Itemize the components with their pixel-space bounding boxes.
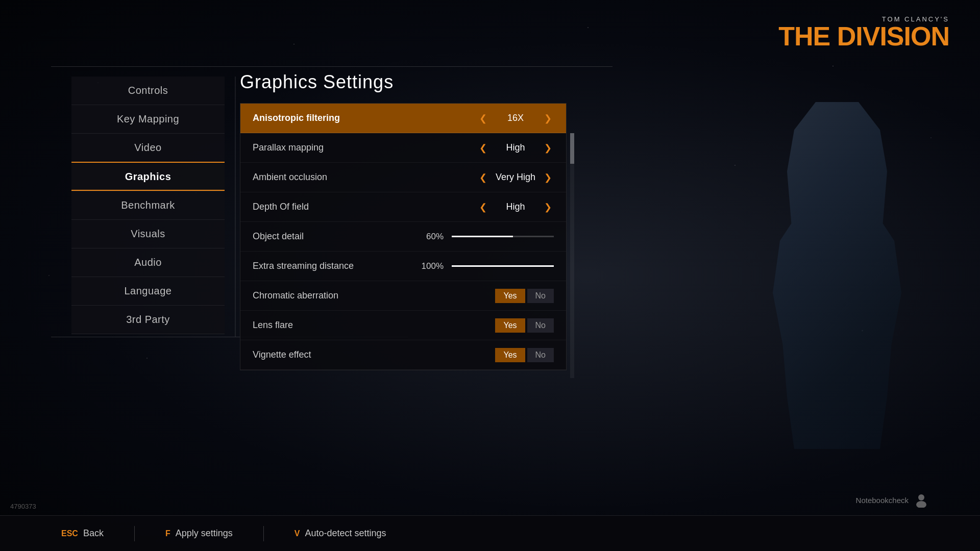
- arrow-right-anisotropic[interactable]: ❯: [542, 112, 554, 125]
- setting-row-extra-streaming-distance[interactable]: Extra streaming distance 100%: [240, 252, 566, 281]
- setting-label-object-detail: Object detail: [253, 231, 365, 242]
- value-object-detail: 60%: [418, 232, 444, 242]
- sidebar-item-video[interactable]: Video: [71, 134, 225, 163]
- sidebar-item-visuals[interactable]: Visuals: [71, 220, 225, 248]
- setting-label-ambient-occlusion: Ambient occlusion: [253, 172, 365, 183]
- arrow-left-parallax[interactable]: ❮: [477, 141, 489, 155]
- label-back: Back: [83, 528, 104, 539]
- label-auto-detect: Auto-detect settings: [305, 528, 386, 539]
- label-apply: Apply settings: [176, 528, 233, 539]
- divider-2: [263, 526, 264, 541]
- setting-label-depth-of-field: Depth Of field: [253, 202, 365, 212]
- value-depth-of-field: High: [495, 202, 536, 212]
- game-logo: TOM CLANCY'S THE DIVISION: [778, 15, 949, 49]
- deco-line-top: [51, 66, 612, 67]
- toggle-control-chromatic-aberration: Yes No: [495, 289, 554, 303]
- sidebar-item-key-mapping[interactable]: Key Mapping: [71, 105, 225, 134]
- arrow-control-depth-of-field: ❮ High ❯: [477, 201, 554, 214]
- sidebar-item-language[interactable]: Language: [71, 277, 225, 306]
- sidebar-item-benchmark[interactable]: Benchmark: [71, 191, 225, 220]
- arrow-control-ambient-occlusion: ❮ Very High ❯: [477, 171, 554, 184]
- logo-main: THE DIVISION: [778, 23, 949, 49]
- character-body: [766, 102, 909, 449]
- setting-row-ambient-occlusion[interactable]: Ambient occlusion ❮ Very High ❯: [240, 163, 566, 192]
- key-esc: ESC: [61, 529, 78, 538]
- setting-label-parallax-mapping: Parallax mapping: [253, 142, 365, 153]
- svg-point-1: [916, 501, 926, 508]
- watermark: Notebookcheck: [856, 492, 929, 508]
- setting-label-lens-flare: Lens flare: [253, 320, 365, 331]
- character-display: [725, 61, 939, 469]
- divider-1: [134, 526, 135, 541]
- setting-label-chromatic-aberration: Chromatic aberration: [253, 290, 365, 301]
- sidebar-item-controls[interactable]: Controls: [71, 77, 225, 105]
- toggle-yes-lens-flare[interactable]: Yes: [495, 318, 525, 333]
- image-id: 4790373: [10, 503, 36, 510]
- setting-label-extra-streaming-distance: Extra streaming distance: [253, 261, 365, 271]
- toggle-no-vignette-effect[interactable]: No: [527, 348, 554, 362]
- setting-row-parallax-mapping[interactable]: Parallax mapping ❮ High ❯: [240, 133, 566, 163]
- value-ambient-occlusion: Very High: [495, 172, 536, 183]
- slider-fill-extra-streaming: [452, 265, 554, 267]
- arrow-left-ambient[interactable]: ❮: [477, 171, 489, 184]
- logo-the: THE: [778, 21, 830, 51]
- arrow-right-ambient[interactable]: ❯: [542, 171, 554, 184]
- main-content: Graphics Settings Anisotropic filtering …: [240, 71, 567, 370]
- arrow-right-parallax[interactable]: ❯: [542, 141, 554, 155]
- slider-track-object-detail[interactable]: [452, 236, 554, 237]
- slider-control-object-detail: 60%: [418, 232, 554, 242]
- setting-row-anisotropic-filtering[interactable]: Anisotropic filtering ❮ 16X ❯: [240, 104, 566, 133]
- setting-label-vignette-effect: Vignette effect: [253, 349, 365, 360]
- value-anisotropic-filtering: 16X: [495, 113, 536, 123]
- bottom-bar: ESC Back F Apply settings V Auto-detect …: [0, 515, 980, 551]
- setting-row-object-detail[interactable]: Object detail 60%: [240, 222, 566, 252]
- arrow-control-anisotropic-filtering: ❮ 16X ❯: [477, 112, 554, 125]
- watermark-icon: [914, 492, 929, 508]
- toggle-yes-vignette-effect[interactable]: Yes: [495, 348, 525, 362]
- logo-division: DIVISION: [837, 21, 949, 51]
- scroll-thumb: [570, 133, 574, 164]
- setting-row-chromatic-aberration[interactable]: Chromatic aberration Yes No: [240, 281, 566, 311]
- action-auto-detect[interactable]: V Auto-detect settings: [295, 528, 386, 539]
- watermark-text: Notebookcheck: [856, 496, 909, 505]
- settings-sidebar: Controls Key Mapping Video Graphics Benc…: [71, 77, 225, 334]
- value-extra-streaming-distance: 100%: [418, 261, 444, 271]
- toggle-control-vignette-effect: Yes No: [495, 348, 554, 362]
- arrow-left-anisotropic[interactable]: ❮: [477, 112, 489, 125]
- key-f: F: [165, 529, 170, 538]
- toggle-no-chromatic-aberration[interactable]: No: [527, 289, 554, 303]
- key-v: V: [295, 529, 300, 538]
- svg-point-0: [918, 494, 924, 500]
- sidebar-item-graphics[interactable]: Graphics: [71, 163, 225, 191]
- toggle-no-lens-flare[interactable]: No: [527, 318, 554, 333]
- slider-control-extra-streaming: 100%: [418, 261, 554, 271]
- slider-fill-object-detail: [452, 236, 513, 237]
- arrow-left-dof[interactable]: ❮: [477, 201, 489, 214]
- setting-row-lens-flare[interactable]: Lens flare Yes No: [240, 311, 566, 340]
- toggle-control-lens-flare: Yes No: [495, 318, 554, 333]
- action-back[interactable]: ESC Back: [61, 528, 104, 539]
- value-parallax-mapping: High: [495, 142, 536, 153]
- slider-track-extra-streaming[interactable]: [452, 265, 554, 267]
- scroll-indicator[interactable]: [570, 133, 574, 378]
- sidebar-item-3rd-party[interactable]: 3rd Party: [71, 306, 225, 334]
- arrow-right-dof[interactable]: ❯: [542, 201, 554, 214]
- setting-row-vignette-effect[interactable]: Vignette effect Yes No: [240, 340, 566, 370]
- sidebar-content-divider: [235, 77, 236, 337]
- setting-row-depth-of-field[interactable]: Depth Of field ❮ High ❯: [240, 192, 566, 222]
- action-apply[interactable]: F Apply settings: [165, 528, 233, 539]
- page-title: Graphics Settings: [240, 71, 567, 93]
- setting-label-anisotropic-filtering: Anisotropic filtering: [253, 113, 365, 123]
- toggle-yes-chromatic-aberration[interactable]: Yes: [495, 289, 525, 303]
- settings-panel: Anisotropic filtering ❮ 16X ❯ Parallax m…: [240, 103, 567, 370]
- arrow-control-parallax-mapping: ❮ High ❯: [477, 141, 554, 155]
- sidebar-item-audio[interactable]: Audio: [71, 248, 225, 277]
